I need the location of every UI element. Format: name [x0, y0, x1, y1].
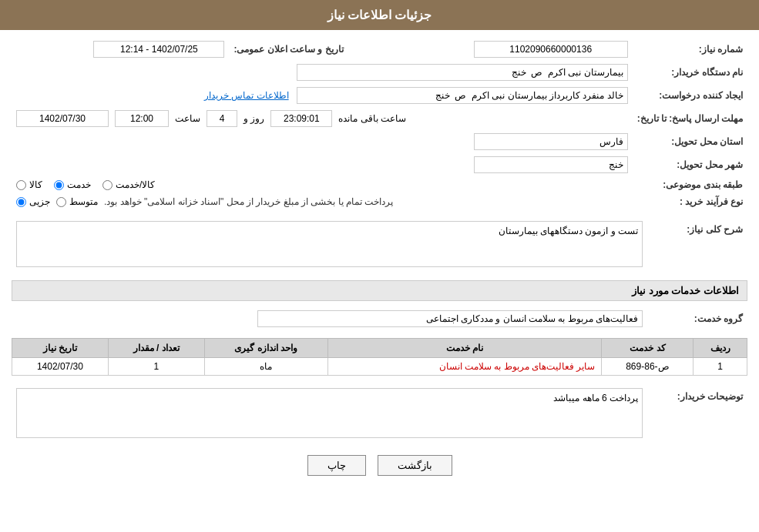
services-section-title: اطلاعات خدمات مورد نیاز: [12, 280, 747, 301]
col-quantity: تعداد / مقدار: [108, 339, 204, 358]
col-row-num: ردیف: [694, 339, 747, 358]
province-label: استان محل تحویل:: [633, 130, 747, 153]
service-group-label: گروه خدمت:: [647, 307, 747, 330]
time-input[interactable]: [115, 110, 169, 127]
radio-goods-service: کالا/خدمت: [102, 179, 155, 190]
radio-goods: کالا: [16, 179, 42, 190]
radio-goods-service-input[interactable]: [102, 180, 113, 190]
remaining-input[interactable]: [270, 110, 332, 127]
main-content: شماره نیاز: تاریخ و ساعت اعلان عمومی: نا…: [0, 30, 759, 495]
province-input[interactable]: [474, 133, 628, 150]
days-input[interactable]: [207, 110, 237, 127]
cell-unit: ماه: [204, 358, 327, 376]
creator-label: ایجاد کننده درخواست:: [633, 84, 747, 107]
service-items-table: ردیف کد خدمت نام خدمت واحد اندازه گیری ت…: [12, 338, 747, 376]
col-need-date: تاریخ نیاز: [12, 339, 109, 358]
cell-row-num: 1: [694, 358, 747, 376]
buyer-org-input[interactable]: [297, 64, 628, 81]
announce-date-value: [12, 38, 229, 61]
cell-service-code: ص-86-869: [602, 358, 694, 376]
need-number-input[interactable]: [474, 41, 628, 58]
service-group-input[interactable]: [257, 310, 643, 327]
cell-quantity: 1: [108, 358, 204, 376]
general-desc-label: شرح کلی نیاز:: [647, 218, 747, 273]
general-desc-table: شرح کلی نیاز: تست و ازمون دستگاههای بیما…: [12, 218, 747, 273]
process-note: پرداخت تمام یا بخشی از مبلغ خریدار از مح…: [104, 196, 393, 207]
cell-service-name: سایر فعالیت‌های مربوط به سلامت انسان: [327, 358, 602, 376]
date-input[interactable]: [16, 110, 109, 127]
general-desc-textarea[interactable]: تست و ازمون دستگاههای بیمارستان: [16, 221, 643, 267]
page-header: جزئیات اطلاعات نیاز: [0, 0, 759, 30]
print-button[interactable]: چاپ: [307, 455, 366, 476]
radio-partial: جزیی: [16, 196, 50, 207]
buyer-desc-label: توضیحات خریدار:: [647, 385, 747, 443]
radio-service-input[interactable]: [54, 180, 64, 190]
need-number-value: [379, 38, 633, 61]
remaining-label: ساعت باقی مانده: [338, 113, 406, 124]
service-group-table: گروه خدمت:: [12, 307, 747, 330]
buttons-row: بازگشت چاپ: [12, 455, 747, 476]
response-deadline-label: مهلت ارسال پاسخ: تا تاریخ:: [633, 107, 747, 130]
contact-link[interactable]: اطلاعات تماس خریدار: [204, 90, 289, 101]
col-service-code: کد خدمت: [602, 339, 694, 358]
col-service-name: نام خدمت: [327, 339, 602, 358]
announce-date-label: تاریخ و ساعت اعلان عمومی:: [229, 38, 348, 61]
radio-medium: متوسط: [56, 196, 98, 207]
table-row: 1 ص-86-869 سایر فعالیت‌های مربوط به سلام…: [12, 358, 747, 376]
need-number-label: شماره نیاز:: [633, 38, 747, 61]
buyer-org-label: نام دستگاه خریدار:: [633, 61, 747, 84]
category-label: طبقه بندی موضوعی:: [633, 176, 747, 193]
page-wrapper: جزئیات اطلاعات نیاز شماره نیاز: تاریخ و …: [0, 0, 759, 532]
process-label: نوع فرآیند خرید :: [633, 193, 747, 210]
col-unit: واحد اندازه گیری: [204, 339, 327, 358]
announce-date-input[interactable]: [93, 41, 224, 58]
radio-service: خدمت: [54, 179, 91, 190]
cell-need-date: 1402/07/30: [12, 358, 109, 376]
deadline-fields: ساعت باقی مانده روز و ساعت: [16, 110, 628, 127]
services-section: اطلاعات خدمات مورد نیاز گروه خدمت: ردیف …: [12, 280, 747, 376]
time-label: ساعت: [175, 113, 200, 124]
city-label: شهر محل تحویل:: [633, 153, 747, 176]
radio-goods-input[interactable]: [16, 180, 26, 190]
info-table: شماره نیاز: تاریخ و ساعت اعلان عمومی: نا…: [12, 38, 747, 210]
city-input[interactable]: [474, 156, 628, 173]
category-radio-group: کالا/خدمت خدمت کالا: [16, 179, 628, 190]
creator-input[interactable]: [297, 87, 628, 104]
back-button[interactable]: بازگشت: [378, 455, 452, 476]
header-title: جزئیات اطلاعات نیاز: [327, 8, 432, 22]
service-table-body: 1 ص-86-869 سایر فعالیت‌های مربوط به سلام…: [12, 358, 747, 376]
buyer-desc-textarea[interactable]: پرداخت 6 ماهه میباشد: [16, 388, 643, 438]
general-desc-area: تست و ازمون دستگاههای بیمارستان: [16, 221, 643, 269]
radio-medium-input[interactable]: [56, 197, 66, 207]
radio-partial-input[interactable]: [16, 197, 26, 207]
buyer-desc-table: توضیحات خریدار: پرداخت 6 ماهه میباشد: [12, 385, 747, 443]
days-label: روز و: [243, 113, 264, 124]
